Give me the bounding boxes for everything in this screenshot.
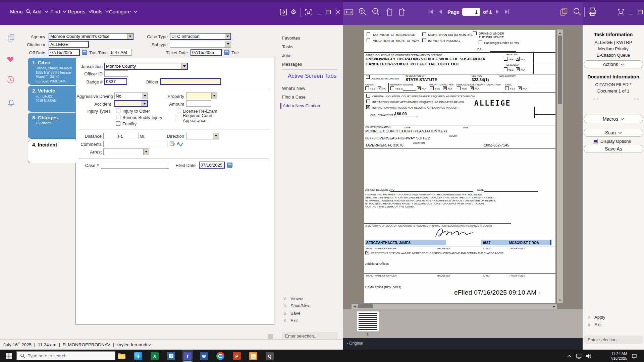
tab-incident[interactable]: 4. Incident — [28, 140, 76, 163]
dropdown-arrow-icon[interactable] — [225, 41, 231, 47]
shortcut-save[interactable]: Save — [290, 311, 301, 316]
dropdown-arrow-icon[interactable] — [225, 34, 230, 39]
taskbar-word-icon[interactable]: W — [200, 352, 208, 360]
notifications-rail-button[interactable] — [7, 98, 15, 107]
sidebar-item-favorites[interactable]: Favorites — [282, 36, 300, 41]
jurisdiction-select[interactable]: Monroe County — [104, 63, 188, 70]
direction-select[interactable] — [186, 133, 219, 139]
vertical-scrollbar[interactable]: ▲ ▼ — [557, 29, 563, 303]
taskbar-search-box[interactable] — [16, 351, 115, 360]
dropdown-arrow-icon[interactable] — [127, 34, 133, 39]
taskbar-q-app-icon[interactable]: Q — [266, 352, 274, 360]
save-as-button[interactable]: Save As — [584, 145, 643, 153]
off-date-input[interactable] — [49, 49, 80, 56]
minimize-button[interactable] — [315, 7, 323, 17]
panel-maximize-button[interactable] — [636, 7, 644, 17]
tab-charges[interactable]: 3. Charges 1 Violation — [28, 113, 75, 139]
sidebar-find-a-case[interactable]: Find a Case — [282, 95, 306, 100]
previous-document-button[interactable]: << — [593, 97, 599, 102]
taskbar-orange-app-icon[interactable] — [249, 352, 257, 360]
tray-volume-icon[interactable] — [585, 353, 592, 359]
calendar-icon[interactable] — [227, 163, 232, 168]
start-button[interactable] — [4, 352, 13, 360]
badge-input[interactable] — [104, 78, 127, 85]
last-page-button[interactable] — [502, 7, 511, 17]
dropdown-arrow-icon[interactable] — [142, 101, 147, 106]
accident-select[interactable] — [114, 100, 148, 107]
horizontal-scrollbar[interactable]: ◀ ▶ — [352, 304, 557, 309]
menu-configure[interactable]: Configure — [109, 9, 138, 14]
previous-page-button[interactable] — [436, 7, 445, 17]
dropdown-arrow-icon[interactable] — [213, 133, 219, 139]
scroll-right-icon[interactable]: ▶ — [552, 304, 556, 309]
scan-button[interactable]: Scan — [584, 129, 643, 137]
case-number-input[interactable] — [101, 162, 169, 169]
comments-input[interactable] — [103, 141, 167, 147]
filed-date-input[interactable] — [199, 162, 225, 169]
tab-vehicle[interactable]: 2. Vehicle FL - LIFJ22 2016 NISSAN — [28, 86, 75, 112]
copy-pages-rail-button[interactable] — [7, 34, 15, 42]
sidebar-active-screen-tabs[interactable]: Active Screen Tabs — [288, 73, 336, 79]
sidebar-whats-new[interactable]: What's New — [282, 86, 305, 91]
tray-show-hidden-icons[interactable] — [566, 354, 572, 358]
pages-panel-button[interactable] — [559, 6, 569, 17]
zoom-out-button[interactable] — [371, 6, 381, 17]
scrollbar-thumb[interactable] — [358, 304, 373, 308]
ticket-date-input[interactable] — [191, 49, 222, 56]
scroll-down-icon[interactable]: ▼ — [557, 298, 563, 303]
aggressive-driving-select[interactable]: No — [114, 93, 148, 99]
amount-input[interactable] — [186, 100, 211, 107]
fullscreen-button[interactable] — [304, 7, 313, 17]
exit-shortcut[interactable]: Exit — [594, 322, 602, 327]
zoom-in-button[interactable] — [358, 6, 368, 17]
license-reexam-checkbox[interactable] — [177, 109, 181, 113]
citation-number-input[interactable] — [49, 41, 89, 48]
favorites-rail-button[interactable] — [6, 55, 15, 63]
panel-fullscreen-button[interactable] — [616, 7, 625, 17]
distance-ft-input[interactable] — [103, 133, 117, 139]
selection-input[interactable]: Enter selection... — [584, 336, 643, 344]
taskbar-powerpoint-icon[interactable]: P — [233, 352, 241, 360]
menu-button[interactable]: Menu — [10, 9, 31, 14]
rotate-left-button[interactable] — [384, 6, 394, 18]
calendar-icon[interactable] — [82, 50, 87, 55]
tray-clock[interactable]: 11:24 AM 7/16/2025 — [599, 351, 627, 361]
distance-mi-input[interactable] — [125, 133, 139, 139]
injury-to-other-checkbox[interactable] — [116, 109, 120, 113]
tray-network-icon[interactable] — [575, 353, 582, 359]
scrollbar-thumb[interactable] — [558, 36, 562, 104]
spell-check-button[interactable]: A — [176, 140, 183, 147]
citation-document[interactable]: NO PROOF OF INSURANCE VIOLATION OF RIGHT… — [364, 30, 555, 303]
taskbar-chrome-icon[interactable] — [216, 352, 224, 360]
macros-button[interactable]: Macros — [584, 115, 643, 123]
case-type-select[interactable]: UTC Infraction — [170, 33, 231, 40]
property-select[interactable] — [186, 93, 217, 99]
maximize-button[interactable] — [324, 7, 333, 17]
history-rail-button[interactable] — [6, 76, 15, 84]
dropdown-arrow-icon[interactable] — [143, 149, 149, 155]
next-document-button[interactable]: >> — [633, 97, 640, 102]
menu-add[interactable]: Add — [33, 9, 48, 14]
menu-reports[interactable]: Reports — [68, 9, 92, 14]
menu-find[interactable]: Find — [50, 9, 67, 14]
apply-shortcut[interactable]: Apply — [594, 315, 605, 320]
sidebar-item-messages[interactable]: Messages — [282, 62, 302, 67]
dropdown-arrow-icon[interactable] — [211, 93, 217, 99]
taskbar-edge-icon[interactable]: e — [134, 352, 142, 360]
panel-minimize-button[interactable] — [627, 7, 635, 17]
settings-button[interactable]: ⚙ — [289, 7, 298, 17]
dropdown-arrow-icon[interactable] — [142, 93, 148, 99]
close-button[interactable] — [333, 7, 342, 17]
fit-width-button[interactable] — [344, 7, 354, 17]
page-thumbnail[interactable] — [356, 311, 379, 332]
shortcut-exit[interactable]: Exit — [290, 318, 298, 323]
subtype-select[interactable] — [170, 41, 231, 48]
time-input[interactable] — [110, 49, 132, 56]
sidebar-item-tasks[interactable]: Tasks — [282, 44, 293, 49]
display-options-checkbox[interactable] — [593, 139, 598, 143]
rotate-right-button[interactable] — [397, 6, 407, 18]
tray-action-center[interactable] — [631, 353, 638, 360]
actions-button[interactable]: Actions — [584, 60, 643, 68]
dropdown-arrow-icon[interactable] — [181, 63, 187, 69]
resize-grip[interactable] — [268, 334, 273, 339]
